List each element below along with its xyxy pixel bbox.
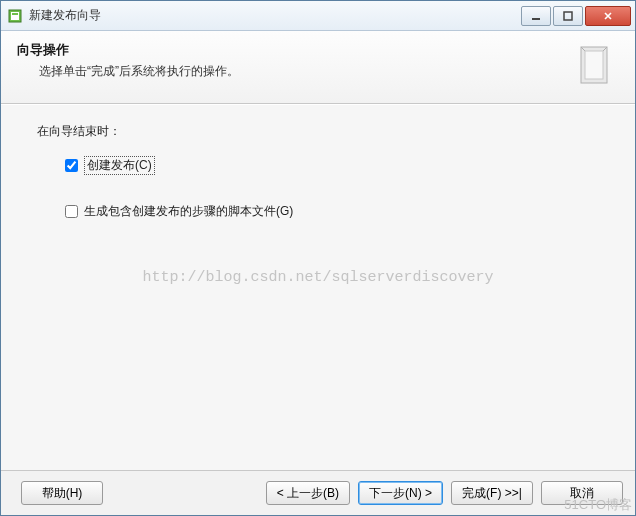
option-script-checkbox[interactable] [65,205,78,218]
minimize-button[interactable] [521,6,551,26]
close-button[interactable] [585,6,631,26]
maximize-button[interactable] [553,6,583,26]
option-script-label: 生成包含创建发布的步骤的脚本文件(G) [84,203,293,220]
svg-rect-6 [585,51,603,79]
titlebar: 新建发布向导 [1,1,635,31]
header-title: 向导操作 [17,41,561,59]
option-create-publication[interactable]: 创建发布(C) [65,156,599,175]
option-generate-script[interactable]: 生成包含创建发布的步骤的脚本文件(G) [65,203,599,220]
finish-button[interactable]: 完成(F) >>| [451,481,533,505]
back-button[interactable]: < 上一步(B) [266,481,350,505]
header-subtitle: 选择单击“完成”后系统将执行的操作。 [39,63,561,80]
watermark-text: http://blog.csdn.net/sqlserverdiscovery [1,269,635,286]
help-button[interactable]: 帮助(H) [21,481,103,505]
wizard-content: 在向导结束时： 创建发布(C) 生成包含创建发布的步骤的脚本文件(G) http… [1,104,635,470]
wizard-banner-icon [571,41,619,89]
app-icon [7,8,23,24]
window-title: 新建发布向导 [29,7,519,24]
svg-rect-3 [532,18,540,20]
option-create-checkbox[interactable] [65,159,78,172]
cancel-button[interactable]: 取消 [541,481,623,505]
next-button[interactable]: 下一步(N) > [358,481,443,505]
wizard-window: 新建发布向导 向导操作 选择单击“完成”后系统将执行的操作。 [0,0,636,516]
window-controls [519,6,631,26]
content-prompt: 在向导结束时： [37,123,599,140]
wizard-header: 向导操作 选择单击“完成”后系统将执行的操作。 [1,31,635,104]
wizard-footer: 帮助(H) < 上一步(B) 下一步(N) > 完成(F) >>| 取消 [1,470,635,515]
svg-rect-2 [12,13,18,15]
svg-rect-4 [564,12,572,20]
option-create-label: 创建发布(C) [84,156,155,175]
